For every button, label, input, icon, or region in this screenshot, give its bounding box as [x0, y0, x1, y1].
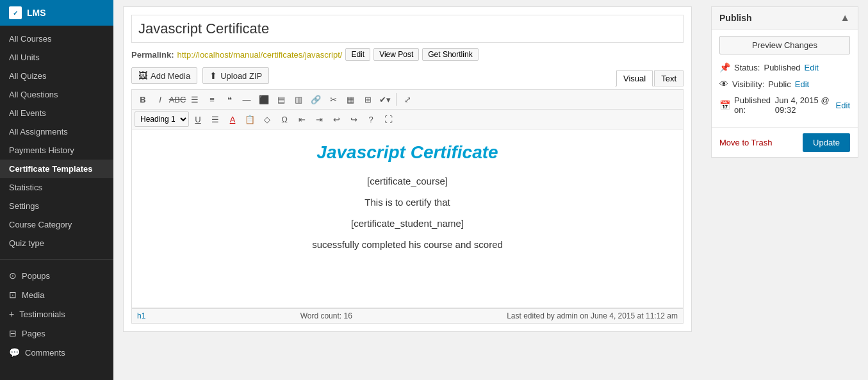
- published-value: Jun 4, 2015 @ 09:32: [775, 95, 832, 115]
- italic-button[interactable]: I: [152, 92, 168, 107]
- media-toolbar: 🖼 Add Media ⬆ Upload ZIP: [131, 67, 269, 84]
- help-button[interactable]: ?: [363, 112, 379, 127]
- align-left-button[interactable]: ⬛: [256, 92, 272, 107]
- content-area[interactable]: Javascript Certificate [certificate_cour…: [131, 129, 684, 308]
- post-title-input[interactable]: [131, 15, 684, 43]
- update-button[interactable]: Update: [803, 133, 850, 152]
- publish-collapse-button[interactable]: ▲: [840, 12, 850, 24]
- preview-changes-button[interactable]: Preview Changes: [719, 36, 850, 54]
- sidebar-header: ✓ LMS: [0, 0, 113, 26]
- sidebar-item-all-quizes[interactable]: All Quizes: [0, 67, 113, 85]
- toolbar-separator: [396, 93, 397, 106]
- word-count-label: Word count:: [300, 311, 341, 320]
- sidebar-item-comments[interactable]: 💬 Comments: [0, 343, 113, 362]
- pages-icon: ⊟: [9, 328, 17, 338]
- view-post-button[interactable]: View Post: [373, 48, 419, 61]
- sidebar-item-payments-history[interactable]: Payments History: [0, 141, 113, 160]
- cert-title: Javascript Certificate: [151, 142, 664, 163]
- add-media-label: Add Media: [151, 71, 190, 81]
- sidebar: ✓ LMS All Courses All Units All Quizes A…: [0, 0, 113, 380]
- outdent-button[interactable]: ⇤: [293, 112, 310, 127]
- paste-button[interactable]: 📋: [242, 112, 258, 127]
- move-to-trash-link[interactable]: Move to Trash: [719, 138, 772, 147]
- toggle-toolbar-button[interactable]: ⤢: [399, 92, 416, 107]
- cert-certify-text: This is to certify that: [151, 197, 664, 208]
- sidebar-item-pages[interactable]: ⊟ Pages: [0, 324, 113, 343]
- sidebar-item-statistics[interactable]: Statistics: [0, 178, 113, 197]
- editor-footer: h1 Word count: 16 Last edited by admin o…: [131, 308, 684, 324]
- editor-toolbar-row2: Heading 1 U ☰ A 📋 ◇ Ω ⇤ ⇥ ↩ ↪ ? ⛶: [131, 109, 684, 129]
- publish-title: Publish: [719, 13, 752, 23]
- ordered-list-button[interactable]: ≡: [204, 92, 220, 107]
- fullscreen-button[interactable]: ⛶: [380, 112, 397, 127]
- add-media-icon: 🖼: [138, 70, 147, 81]
- publish-actions: Move to Trash Update: [712, 128, 858, 157]
- undo-button[interactable]: ↩: [328, 112, 345, 127]
- sidebar-item-media[interactable]: ⊡ Media: [0, 285, 113, 304]
- unlink-button[interactable]: ✂: [325, 92, 341, 107]
- sidebar-item-all-courses[interactable]: All Courses: [0, 29, 113, 48]
- visual-tab[interactable]: Visual: [616, 70, 653, 87]
- sidebar-item-testimonials[interactable]: + Testimonials: [0, 304, 113, 324]
- upload-zip-button[interactable]: ⬆ Upload ZIP: [202, 67, 269, 84]
- align-center-button[interactable]: ▤: [273, 92, 290, 107]
- sidebar-bottom-section: ⊙ Popups ⊡ Media + Testimonials ⊟ Pages …: [0, 262, 113, 366]
- sidebar-item-label: Quiz type: [9, 238, 44, 248]
- table-button[interactable]: ⊞: [359, 92, 376, 107]
- underline-button[interactable]: U: [190, 112, 206, 127]
- special-char-button[interactable]: Ω: [276, 112, 293, 127]
- sidebar-item-label: All Courses: [9, 34, 51, 44]
- align-right-button[interactable]: ▥: [290, 92, 307, 107]
- redo-button[interactable]: ↪: [345, 112, 362, 127]
- sidebar-item-all-events[interactable]: All Events: [0, 104, 113, 122]
- unordered-list-button[interactable]: ☰: [186, 92, 203, 107]
- lms-logo-icon: ✓: [9, 6, 22, 19]
- sidebar-item-label: All Units: [9, 53, 40, 62]
- heading-select[interactable]: Heading 1: [135, 112, 189, 127]
- publish-box: Publish ▲ Preview Changes 📌 Status: Publ…: [711, 6, 858, 158]
- sidebar-item-label: Certificate Templates: [9, 164, 93, 174]
- permalink-url: http://localhost/manual/certificates/jav…: [177, 50, 342, 60]
- publish-header: Publish ▲: [712, 7, 858, 29]
- clear-format-button[interactable]: ◇: [259, 112, 275, 127]
- insert-more-button[interactable]: ▦: [342, 92, 359, 107]
- link-button[interactable]: 🔗: [307, 92, 324, 107]
- visibility-edit-link[interactable]: Edit: [795, 79, 809, 89]
- add-media-button[interactable]: 🖼 Add Media: [131, 67, 197, 84]
- sidebar-item-label: All Quizes: [9, 71, 47, 81]
- cert-completed-text: sucessfully completed his course and sco…: [151, 239, 664, 250]
- blockquote-button[interactable]: ❝: [221, 92, 238, 107]
- get-shortlink-button[interactable]: Get Shortlink: [422, 48, 478, 61]
- strikethrough-button[interactable]: ABC: [169, 92, 186, 107]
- editor-wrapper: Permalink: http://localhost/manual/certi…: [123, 6, 692, 332]
- sidebar-item-label: All Questions: [9, 90, 58, 99]
- sidebar-item-certificate-templates[interactable]: Certificate Templates: [0, 160, 113, 178]
- word-count-value: 16: [343, 311, 352, 320]
- sidebar-item-quiz-type[interactable]: Quiz type: [0, 234, 113, 252]
- wp-teaser-button[interactable]: ✔▾: [377, 92, 393, 107]
- sidebar-item-label: Pages: [22, 329, 45, 338]
- font-color-button[interactable]: A: [224, 112, 241, 127]
- permalink-label: Permalink:: [131, 50, 174, 60]
- bold-button[interactable]: B: [135, 92, 151, 107]
- sidebar-item-all-questions[interactable]: All Questions: [0, 85, 113, 104]
- text-tab[interactable]: Text: [654, 70, 684, 86]
- sidebar-item-all-units[interactable]: All Units: [0, 48, 113, 67]
- published-label: Published on:: [734, 95, 771, 115]
- view-tabs: Visual Text: [615, 70, 684, 87]
- status-value: Published: [764, 63, 800, 72]
- sidebar-item-all-assignments[interactable]: All Assignments: [0, 122, 113, 141]
- sidebar-item-course-category[interactable]: Course Category: [0, 215, 113, 234]
- justify-button[interactable]: ☰: [207, 112, 224, 127]
- upload-zip-label: Upload ZIP: [220, 71, 262, 81]
- published-edit-link[interactable]: Edit: [836, 101, 850, 110]
- visibility-row: 👁 Visibility: Public Edit: [719, 79, 850, 89]
- sidebar-item-settings[interactable]: Settings: [0, 197, 113, 215]
- status-edit-link[interactable]: Edit: [805, 63, 819, 72]
- horizontal-rule-button[interactable]: —: [238, 92, 255, 107]
- sidebar-item-popups[interactable]: ⊙ Popups: [0, 266, 113, 285]
- permalink-edit-button[interactable]: Edit: [345, 48, 370, 61]
- indent-button[interactable]: ⇥: [311, 112, 327, 127]
- testimonials-icon: +: [9, 309, 14, 319]
- sidebar-item-label: Media: [22, 290, 44, 300]
